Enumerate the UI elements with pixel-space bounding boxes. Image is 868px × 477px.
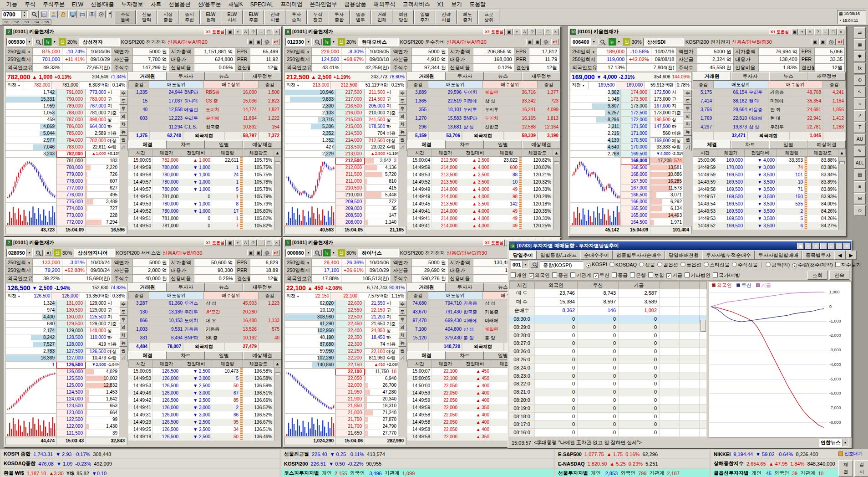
side-tab-권[interactable]: 권	[119, 347, 127, 354]
dropdown-arrow-icon[interactable]: ▼	[51, 38, 57, 46]
menu-item-보기[interactable]: 보기	[447, 0, 466, 9]
tab-순매수추이[interactable]: 순매수추이	[580, 251, 613, 260]
toolbar-button-9[interactable]: 투자 손익	[286, 10, 307, 24]
checkbox-기금[interactable]: ✓기금	[666, 272, 682, 279]
checkbox-은행[interactable]: 은행	[630, 272, 646, 279]
side-tab-수[interactable]: 수	[119, 89, 127, 97]
dropdown-arrow-icon[interactable]: ▼	[330, 249, 336, 256]
window-titlebar[interactable]: 9[0783] 투자자별 매매동향 - 투자자별당일추이▣+A?─□×	[509, 241, 851, 250]
ask-row[interactable]: 8,296172,000198,500상	[570, 117, 692, 123]
broker-row[interactable]: 86610,153도이치대 우16,4881,133	[128, 317, 281, 325]
tab-재무정보[interactable]: 재무정보	[522, 72, 560, 81]
collapse-toolbar-button[interactable]: ◄	[107, 10, 112, 18]
menu-item-해외주식[interactable]: 해외주식	[370, 0, 399, 9]
toolbar-button-16[interactable]: 전략 시률	[436, 10, 457, 24]
order-popup-icon[interactable]: ▣	[812, 39, 818, 45]
side-tab-외[interactable]: 외	[684, 113, 692, 120]
time-row[interactable]: 08:22:0000	[509, 380, 707, 388]
button-체결[interactable]: 체결	[838, 460, 853, 477]
menu-item-선/옵주문[interactable]: 선/옵주문	[194, 0, 224, 9]
side-tab-차[interactable]: 차	[398, 331, 406, 339]
pin-icon[interactable]: +	[234, 29, 241, 35]
ask-row[interactable]: 102,28022,200811,960수량	[284, 355, 406, 362]
settings-gear-icon[interactable]	[263, 250, 271, 256]
checkbox-증권[interactable]: 증권	[552, 272, 568, 279]
execution-row[interactable]: 15:00:04212,500▲ 2,50023,022120.82%	[407, 157, 560, 164]
screen-number-input[interactable]	[2, 11, 21, 18]
prev-tick-row[interactable]: 직전 ▼126,500126,00019,350백만0.38%	[5, 292, 127, 300]
time-row[interactable]: 08:23:0000	[509, 372, 707, 380]
checkbox-투신[interactable]: ✓투신	[594, 272, 609, 279]
screen-number-spinner[interactable]: ▲▼	[21, 11, 27, 18]
toolbar-button-7[interactable]: ELW 주문	[243, 10, 264, 24]
time-row[interactable]: 08:28:0000	[509, 332, 707, 340]
ask-row[interactable]: 9,807173,000167,000저	[570, 103, 692, 110]
time-row[interactable]: 08:20:0000	[509, 396, 707, 405]
pin-icon[interactable]: +	[234, 240, 241, 246]
side-tab-기[interactable]: 기	[119, 144, 127, 151]
table-scrollbar[interactable]	[700, 315, 707, 323]
link-icon[interactable]: ⇄	[854, 27, 866, 38]
ask-row[interactable]: 91,29022,45021,650기준	[284, 321, 406, 328]
broker-row[interactable]: 3,88929,596도이치메릴린36,7161,377	[407, 88, 560, 97]
radio-풋옵션[interactable]: 풋옵션	[680, 262, 701, 268]
toolbar-button-8[interactable]: 전략 시뮬	[264, 10, 285, 24]
ask-row[interactable]: 16,369127,00010,473수량	[5, 355, 127, 362]
execution-row[interactable]: 14:49:58169,500▼ 3,5007183.89%	[693, 186, 846, 193]
side-tab-도[interactable]: 도	[119, 97, 127, 105]
ask-row[interactable]: 2,977784,000782,000예상	[5, 137, 127, 144]
side-tab-권[interactable]: 권	[684, 136, 692, 144]
broker-row[interactable]: 13013,189우리투JP모간20,280	[128, 308, 281, 317]
execution-row[interactable]: 14:49:51781,00001105.82%	[128, 215, 281, 222]
dropdown-arrow-icon[interactable]: ▼	[26, 38, 32, 46]
tab-예상체결[interactable]: 예상체결	[522, 140, 560, 149]
tab-투자자별일별매매[interactable]: 투자자별일별매매	[755, 251, 802, 260]
exec-scrollbar[interactable]	[838, 157, 846, 164]
search-button[interactable]	[34, 250, 43, 256]
toolbar-button-14[interactable]: 회원 당일	[393, 10, 414, 24]
execution-row[interactable]: 14:49:41214,000▲ 4,00049120.25%	[407, 222, 560, 230]
checkbox-기관계[interactable]: 기관계	[570, 272, 591, 279]
settings-gear-icon[interactable]	[263, 39, 271, 45]
side-tab-뉴[interactable]: 뉴	[119, 128, 127, 136]
monitor-icon[interactable]	[68, 10, 77, 18]
news-badge[interactable]: 뉴▼	[323, 249, 336, 257]
ask-row[interactable]: 7,046783,00022,611수량	[5, 144, 127, 151]
execution-row[interactable]: 14:49:29126,500▼ 2,50095136.67%	[128, 419, 281, 426]
memo-icon[interactable]: ▣	[255, 250, 262, 256]
close-button[interactable]: ×	[273, 29, 280, 35]
tab-거래원[interactable]: 거래원	[128, 283, 167, 292]
side-tab-투[interactable]: 투	[398, 105, 406, 113]
table-icon[interactable]: ▤	[854, 169, 866, 180]
stock-code-input[interactable]: 012330▼	[285, 38, 312, 46]
time-row[interactable]: 08:16:0000	[509, 429, 707, 437]
execution-row[interactable]: 14:49:58780,000▼ 1,00024105.75%	[128, 171, 281, 179]
menu-item-X1[interactable]: X1	[434, 1, 448, 8]
zoom-icon[interactable]: ⊕	[854, 75, 866, 86]
toolbar-button-15[interactable]: 일별 주가	[414, 10, 435, 24]
window-titlebar[interactable]: 8[0101] 키움현재가X1 토론실▣+A?─□×	[284, 27, 560, 36]
time-row[interactable]: 08:21:0000	[509, 388, 707, 396]
list-icon[interactable]: ≡	[854, 181, 866, 192]
toolbar-button-11[interactable]: 투자 종합	[329, 10, 350, 24]
broker-row[interactable]: 11,294C.L.S.한국증10,892154	[128, 123, 281, 132]
help-icon[interactable]: ?	[814, 29, 821, 35]
window-titlebar[interactable]: 7[0101] 키움현재가X1 토론실▣+A?─□×	[5, 238, 281, 247]
user-icon[interactable]	[49, 10, 58, 18]
side-tab-투[interactable]: 투	[398, 316, 406, 323]
ask-row[interactable]: 2,174129,000148,000상	[5, 328, 127, 334]
ask-row[interactable]: 1,946173,500173,000고	[570, 96, 692, 103]
execution-row[interactable]: 14:49:49214,000▲ 4,00049120.33%	[407, 186, 560, 193]
execution-row[interactable]: 14:49:57780,000▼ 1,0001105.78%	[128, 179, 281, 186]
dropdown-arrow-icon[interactable]: ▼	[522, 261, 528, 268]
side-tab-투[interactable]: 투	[119, 316, 127, 323]
memo-icon[interactable]: ▣	[255, 39, 262, 45]
side-tab-권[interactable]: 권	[398, 347, 406, 354]
minimize-button[interactable]: ─	[258, 29, 264, 35]
trend-icon[interactable]: ↗	[854, 110, 866, 121]
side-tab-차[interactable]: 차	[684, 120, 692, 128]
copy-icon[interactable]: ▣	[506, 29, 513, 35]
ask-row[interactable]: 62,02022,60021,550시	[284, 300, 406, 307]
search-button[interactable]	[34, 39, 43, 45]
menu-item-주식[interactable]: 주식	[21, 0, 39, 9]
